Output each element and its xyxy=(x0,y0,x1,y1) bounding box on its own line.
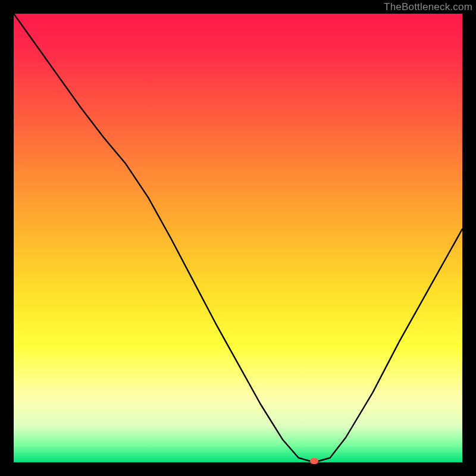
plot-area xyxy=(14,14,462,462)
watermark-text: TheBottleneck.com xyxy=(384,1,472,13)
bottleneck-curve xyxy=(14,14,462,462)
chart-frame: TheBottleneck.com xyxy=(0,0,476,476)
optimal-point-marker xyxy=(310,458,318,464)
